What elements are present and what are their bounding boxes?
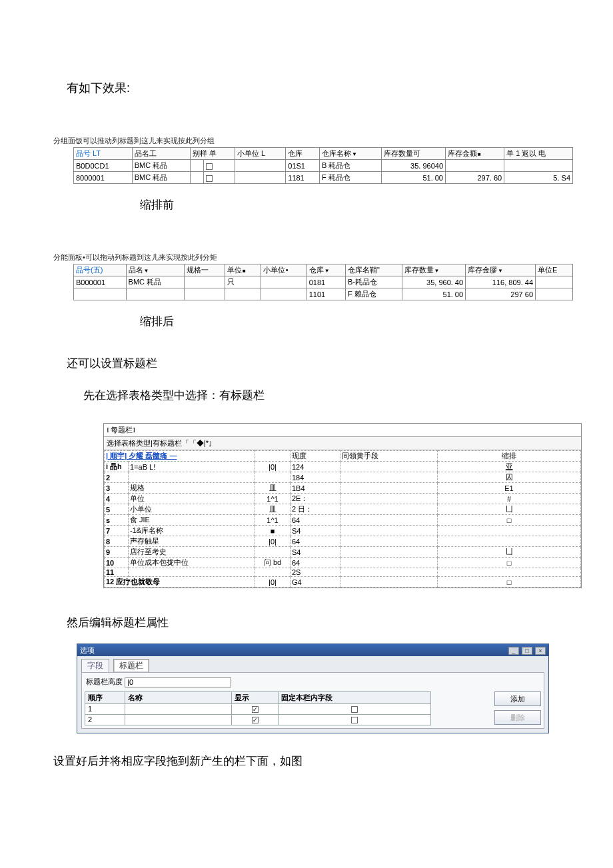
dialog-titlebar[interactable]: 选项 _ □ × <box>77 644 548 656</box>
cell-code <box>74 288 127 300</box>
col-sunit[interactable]: 小单位 <box>261 264 306 276</box>
cell-show[interactable] <box>232 703 279 714</box>
col-spec[interactable]: 别样 单 <box>191 148 235 160</box>
cfg-seq: 12 应疗也就敬母 <box>105 577 255 588</box>
col-unit[interactable]: 单 1 返以 电 <box>504 148 573 160</box>
config-row[interactable]: i 晶h1=aB L!|0|124亚 <box>105 462 581 472</box>
cfg-align <box>255 547 291 558</box>
maximize-icon[interactable]: □ <box>522 647 532 655</box>
cfg-shrink: E1 <box>438 483 581 494</box>
col-code[interactable]: 品号 LT <box>74 148 133 160</box>
cell-amt: 297. 60 <box>446 172 504 184</box>
cell-whname: B-耗品仓 <box>346 276 402 288</box>
config-row[interactable]: 7-1&库名称■S4 <box>105 526 581 536</box>
dialog-title: 选项 <box>80 646 95 655</box>
cell-show[interactable] <box>232 714 279 725</box>
cell-chk[interactable] <box>203 172 235 184</box>
cell-chk[interactable] <box>203 160 235 172</box>
col-wh[interactable]: 仓库 <box>306 264 345 276</box>
config-row[interactable]: s食 JIE1^164□ <box>105 515 581 526</box>
col-seq[interactable]: 顺序 <box>85 691 125 703</box>
cell-unit <box>225 288 261 300</box>
cfg-shrink: □ <box>438 577 581 588</box>
cell-lock[interactable] <box>279 714 431 725</box>
col-ucol[interactable]: 单位E <box>536 264 573 276</box>
window-controls: _ □ × <box>508 646 546 655</box>
cell-seq: 2 <box>85 714 125 725</box>
cell-spec <box>184 276 225 288</box>
cell-qty: 35. 96040 <box>381 160 445 172</box>
cfg-align <box>255 568 291 577</box>
config-header-row: | 顺宇| 夕耀 磊髓痛 — 现度 同领黄手段 缩排 <box>105 451 581 462</box>
cfg-width: S4 <box>291 526 340 536</box>
cfg-col-align[interactable] <box>255 451 291 462</box>
config-type-row[interactable]: 选择表格类型|有标题栏「「◆|*｣ <box>104 437 581 450</box>
cell-name[interactable] <box>125 703 232 714</box>
minimize-icon[interactable]: _ <box>508 647 519 655</box>
cfg-field <box>340 504 438 515</box>
cfg-align: 1^1 <box>255 494 291 504</box>
table-row: 1101 F 赖品仓 51. 00 297 60 <box>74 288 573 300</box>
cfg-col-shrink[interactable]: 缩排 <box>438 451 581 462</box>
col-whname[interactable]: 仓库名称 <box>319 148 381 160</box>
col-name[interactable]: 名称 <box>125 691 232 703</box>
config-row[interactable]: 4单位1^12E：# <box>105 494 581 504</box>
table-row[interactable]: 1 <box>85 703 431 714</box>
add-button[interactable]: 添加 <box>494 691 541 706</box>
height-label: 标题栏高度 <box>86 677 123 685</box>
cell-seq: 1 <box>85 703 125 714</box>
cfg-col-width[interactable]: 现度 <box>291 451 340 462</box>
cell-spec <box>191 172 203 184</box>
config-row[interactable]: 8声存触星|0|64 <box>105 536 581 547</box>
grid1-table: 品号 LT 品名工 别样 单 小单位 L 仓库 仓库名称 库存数量可 库存金额 … <box>73 147 573 184</box>
col-show[interactable]: 显示 <box>232 691 279 703</box>
cfg-name: -1&库名称 <box>129 526 255 536</box>
col-amt[interactable]: 库存金额 <box>446 148 504 160</box>
cfg-align: ■ <box>255 526 291 536</box>
col-whname[interactable]: 仓库名鞘" <box>346 264 402 276</box>
col-spec[interactable]: 规格一 <box>184 264 225 276</box>
col-wh[interactable]: 仓库 <box>286 148 320 160</box>
config-tab[interactable]: I 每题栏I <box>104 424 581 437</box>
cfg-align: |0| <box>255 462 291 472</box>
cell-lock[interactable] <box>279 703 431 714</box>
cfg-width: 184 <box>291 472 340 483</box>
cell-name: BMC 耗品 <box>132 172 191 184</box>
config-row[interactable]: 9店行至考史S4凵 <box>105 547 581 558</box>
tab-titlebar[interactable]: 标题栏 <box>113 659 149 672</box>
config-row[interactable]: 5小单位皿2 日：凵 <box>105 504 581 515</box>
close-icon[interactable]: × <box>535 647 546 655</box>
col-name[interactable]: 品名工 <box>132 148 191 160</box>
table-row[interactable]: 2 <box>85 714 431 725</box>
cfg-name: 声存触星 <box>129 536 255 547</box>
section2-text: 然后编辑标题栏属性 <box>67 615 613 630</box>
col-qty[interactable]: 库存数量 <box>402 264 466 276</box>
col-sunit[interactable]: 小单位 L <box>235 148 286 160</box>
config-row[interactable]: 2184囚 <box>105 472 581 483</box>
delete-button[interactable]: 删除 <box>494 710 541 725</box>
cell-name[interactable] <box>125 714 232 725</box>
cell-wh: 1181 <box>286 172 320 184</box>
cfg-seq: 8 <box>105 536 129 547</box>
cfg-width: 64 <box>291 558 340 568</box>
col-lock[interactable]: 固定本栏内字段 <box>279 691 431 703</box>
col-amt[interactable]: 库存金膠 <box>466 264 536 276</box>
col-name[interactable]: 品名 <box>126 264 184 276</box>
dialog-buttons: 添加 删除 <box>494 691 541 725</box>
config-row[interactable]: 10单位成本包拢中位问 bd64□ <box>105 558 581 568</box>
height-input[interactable]: |0 <box>125 677 231 687</box>
tab-fields[interactable]: 字段 <box>81 659 109 672</box>
cell-ucol <box>536 276 573 288</box>
col-unit[interactable]: 单位 <box>225 264 261 276</box>
cfg-col-field[interactable]: 同领黄手段 <box>340 451 438 462</box>
cfg-seq: 5 <box>105 504 129 515</box>
config-row[interactable]: 112S <box>105 568 581 577</box>
cfg-seq: 2 <box>105 472 129 483</box>
cfg-field <box>340 547 438 558</box>
config-row[interactable]: 3规格皿1B4E1 <box>105 483 581 494</box>
col-qty[interactable]: 库存数量可 <box>381 148 445 160</box>
cfg-width: G4 <box>291 577 340 588</box>
col-code[interactable]: 品号(五) <box>74 264 127 276</box>
cfg-col-seq[interactable]: | 顺宇| 夕耀 磊髓痛 — <box>105 451 255 462</box>
config-footer-row[interactable]: 12 应疗也就敬母|0|G4□ <box>105 577 581 588</box>
